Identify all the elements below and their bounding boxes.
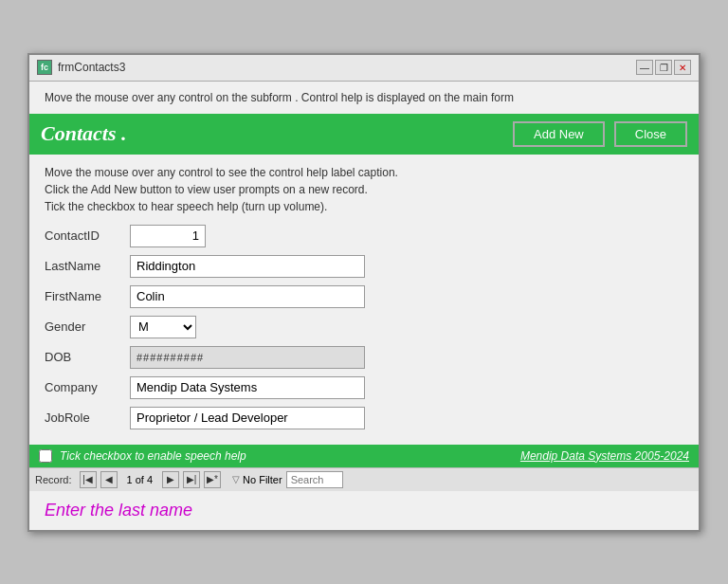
search-input[interactable]	[286, 471, 343, 488]
nav-first-button[interactable]: |◀	[80, 471, 97, 488]
company-input[interactable]	[130, 376, 365, 399]
subform-hint-text: Move the mouse over any control on the s…	[29, 82, 699, 114]
filter-icon: ▽	[232, 474, 240, 484]
nav-new-button[interactable]: ▶*	[204, 471, 221, 488]
close-button[interactable]: Close	[614, 121, 687, 147]
first-name-row: FirstName	[45, 285, 683, 308]
contact-id-row: ContactID	[45, 225, 683, 247]
help-text-block: Move the mouse over any control to see t…	[45, 164, 683, 215]
minimize-button[interactable]: —	[636, 60, 653, 75]
dob-input[interactable]	[130, 346, 365, 369]
first-name-label: FirstName	[45, 289, 130, 303]
close-window-button[interactable]: ✕	[674, 60, 691, 75]
green-footer: Tick checkbox to enable speech help Mend…	[29, 445, 699, 467]
nav-prev-button[interactable]: ◀	[100, 471, 118, 488]
add-new-button[interactable]: Add New	[513, 121, 605, 147]
header-buttons: Add New Close	[513, 121, 687, 147]
company-row: Company	[45, 376, 683, 399]
main-window: fc frmContacts3 — ❐ ✕ Move the mouse ove…	[27, 53, 701, 532]
form-area: Move the mouse over any control to see t…	[29, 155, 699, 445]
help-line-1: Move the mouse over any control to see t…	[45, 164, 683, 181]
last-name-label: LastName	[45, 259, 130, 273]
job-role-row: JobRole	[45, 407, 683, 429]
nav-bar: Record: |◀ ◀ 1 of 4 ▶ ▶| ▶* ▽ No Filter	[29, 467, 699, 491]
help-line-2: Click the Add New button to view user pr…	[45, 181, 683, 198]
record-info: 1 of 4	[127, 474, 154, 485]
filter-area: ▽ No Filter	[232, 474, 282, 485]
dob-label: DOB	[45, 350, 130, 364]
footer-credit: Mendip Data Systems 2005-2024	[520, 449, 689, 463]
form-title: Contacts .	[41, 121, 126, 146]
contact-id-input[interactable]	[130, 225, 206, 247]
help-line-3: Tick the checkbox to hear speech help (t…	[45, 198, 683, 215]
restore-button[interactable]: ❐	[655, 60, 672, 75]
job-role-input[interactable]	[130, 407, 365, 429]
gender-label: Gender	[45, 319, 130, 334]
no-filter-label: No Filter	[243, 474, 282, 485]
dob-row: DOB	[45, 346, 683, 369]
first-name-input[interactable]	[130, 285, 365, 308]
contact-id-label: ContactID	[45, 228, 130, 243]
window-controls: — ❐ ✕	[636, 60, 691, 75]
nav-last-button[interactable]: ▶|	[183, 471, 200, 488]
window-title: frmContacts3	[58, 61, 125, 74]
speech-checkbox[interactable]	[39, 449, 52, 463]
gender-row: Gender M F	[45, 316, 683, 338]
last-name-row: LastName	[45, 255, 683, 278]
last-name-input[interactable]	[130, 255, 365, 278]
form-header: Contacts . Add New Close	[29, 114, 699, 155]
bottom-hint-text: Enter the last name	[29, 491, 699, 530]
speech-label: Tick checkbox to enable speech help	[60, 449, 513, 463]
company-label: Company	[45, 380, 130, 394]
title-bar: fc frmContacts3 — ❐ ✕	[29, 55, 699, 82]
nav-next-button[interactable]: ▶	[162, 471, 179, 488]
record-label: Record:	[35, 474, 72, 485]
job-role-label: JobRole	[45, 411, 130, 425]
title-bar-left: fc frmContacts3	[37, 60, 125, 75]
app-icon: fc	[37, 60, 52, 75]
gender-select[interactable]: M F	[130, 316, 196, 338]
